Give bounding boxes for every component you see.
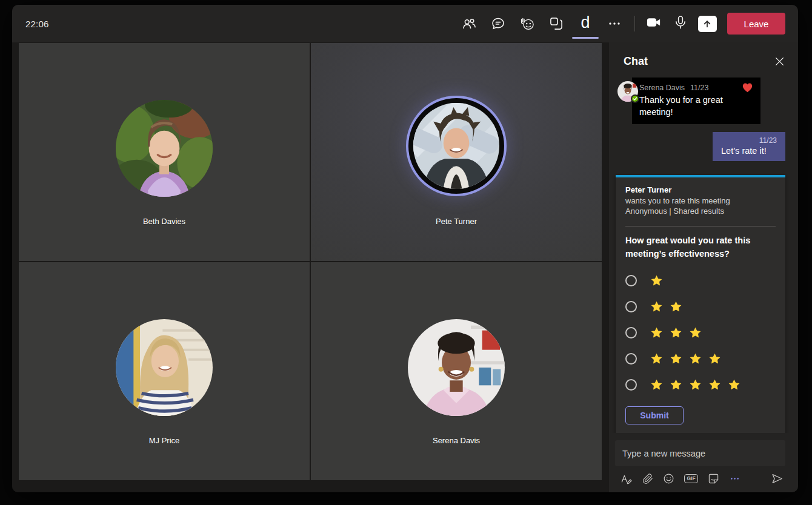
camera-button[interactable]	[641, 5, 667, 42]
poll-divider	[625, 226, 776, 226]
toolbar-divider	[634, 16, 635, 31]
radio-button[interactable]	[625, 379, 637, 391]
avatar-mj-price	[116, 319, 213, 416]
participant-tile-serena-davis[interactable]: Serena Davis	[311, 262, 602, 480]
chat-toggle-button[interactable]	[484, 5, 513, 42]
participant-name: Beth Davies	[19, 217, 310, 226]
message-timestamp: 11/23	[721, 136, 777, 145]
presence-available-icon	[631, 94, 639, 103]
participant-tile-mj-price[interactable]: MJ Price	[19, 262, 310, 480]
radio-button[interactable]	[625, 327, 637, 338]
decisions-app-icon: d	[581, 15, 590, 33]
radio-button[interactable]	[625, 353, 637, 365]
participants-button[interactable]	[454, 5, 484, 42]
participant-name: MJ Price	[19, 436, 310, 445]
attach-icon[interactable]	[642, 474, 653, 484]
message-input[interactable]	[615, 440, 785, 466]
toolbar-buttons: d	[454, 5, 785, 42]
meeting-toolbar: 22:06	[12, 5, 798, 42]
radio-button[interactable]	[625, 275, 637, 286]
chat-message-list: Serena Davis 11/23 Thank you for a great…	[609, 70, 798, 433]
participant-grid: Beth Davies	[19, 43, 602, 480]
star-icon	[708, 378, 721, 391]
participant-name: Serena Davis	[311, 436, 602, 445]
more-options-icon	[607, 16, 622, 31]
message-bubble[interactable]: Serena Davis 11/23 Thank you for a great…	[632, 78, 760, 124]
star-icon	[650, 352, 663, 365]
poll-card: Peter Turner wants you to rate this meet…	[616, 175, 785, 433]
star-icon	[708, 352, 721, 365]
participant-tile-beth-davies[interactable]: Beth Davies	[19, 43, 310, 261]
star-rating	[650, 326, 702, 339]
submit-button[interactable]: Submit	[625, 406, 684, 424]
radio-button[interactable]	[625, 301, 637, 312]
message-timestamp: 11/23	[690, 84, 708, 92]
mic-button[interactable]	[667, 5, 694, 42]
sticker-icon[interactable]	[708, 473, 719, 484]
chat-message-received: Serena Davis 11/23 Thank you for a great…	[617, 78, 760, 124]
more-options-button[interactable]	[600, 5, 629, 42]
gif-icon[interactable]: GIF	[684, 474, 698, 484]
poll-options	[625, 268, 776, 398]
breakout-rooms-button[interactable]	[542, 5, 571, 42]
more-icon[interactable]	[729, 473, 740, 484]
speaking-indicator-ring	[408, 98, 504, 194]
poll-option-1-star[interactable]	[625, 268, 776, 294]
emoji-icon[interactable]	[663, 473, 674, 484]
poll-option-3-stars[interactable]	[625, 320, 776, 346]
poll-author: Peter Turner	[625, 185, 776, 194]
meeting-timer: 22:06	[25, 19, 49, 29]
breakout-rooms-icon	[548, 16, 564, 31]
reactions-button[interactable]	[513, 5, 542, 42]
heart-reaction-icon[interactable]	[742, 82, 753, 93]
poll-option-5-stars[interactable]	[625, 372, 776, 398]
active-app-underline	[572, 37, 599, 39]
star-icon	[650, 378, 663, 391]
mic-icon	[673, 15, 688, 33]
share-screen-button[interactable]	[694, 5, 720, 42]
chat-message-sent[interactable]: 11/23 Let’s rate it!	[713, 132, 785, 161]
avatar-serena-davis	[408, 319, 505, 416]
send-icon[interactable]	[771, 472, 784, 485]
star-rating	[650, 378, 740, 391]
poll-option-4-stars[interactable]	[625, 346, 776, 372]
star-rating	[650, 300, 682, 313]
star-icon	[689, 352, 702, 365]
star-icon	[670, 378, 682, 391]
avatar-beth-davies	[116, 100, 213, 197]
teams-meeting-window: 22:06	[12, 5, 798, 492]
share-screen-icon	[698, 16, 717, 32]
star-icon	[670, 300, 682, 313]
leave-button[interactable]: Leave	[727, 13, 785, 35]
star-icon	[689, 326, 702, 339]
participant-name: Pete Turner	[311, 217, 602, 226]
reactions-icon	[519, 16, 536, 31]
message-author: Serena Davis	[639, 84, 685, 92]
decisions-app-button[interactable]: d	[571, 5, 600, 42]
video-stage: Beth Davies	[12, 42, 609, 492]
poll-meta: Anonymous | Shared results	[625, 206, 776, 217]
compose-area: GIF	[609, 433, 798, 492]
poll-option-2-stars[interactable]	[625, 294, 776, 320]
participant-tile-pete-turner[interactable]: Pete Turner	[311, 43, 602, 261]
star-icon	[670, 352, 682, 365]
star-icon	[689, 378, 702, 391]
star-rating	[650, 274, 663, 287]
star-icon	[650, 300, 663, 313]
star-icon	[650, 274, 663, 287]
star-icon	[728, 378, 740, 391]
chat-header: Chat	[609, 42, 798, 70]
close-chat-button[interactable]	[775, 57, 784, 66]
meeting-main: Beth Davies	[12, 42, 798, 492]
chat-icon	[490, 16, 506, 31]
avatar-pete-turner	[413, 103, 499, 189]
star-rating	[650, 352, 721, 365]
camera-icon	[645, 14, 662, 33]
poll-question: How great would you rate this meeting’s …	[625, 234, 776, 261]
format-icon[interactable]	[621, 474, 633, 484]
star-icon	[650, 326, 663, 339]
poll-subtitle: wants you to rate this meeting	[625, 196, 776, 206]
chat-panel-title: Chat	[624, 55, 775, 68]
chat-panel: Chat	[609, 42, 798, 492]
participants-icon	[461, 16, 477, 31]
